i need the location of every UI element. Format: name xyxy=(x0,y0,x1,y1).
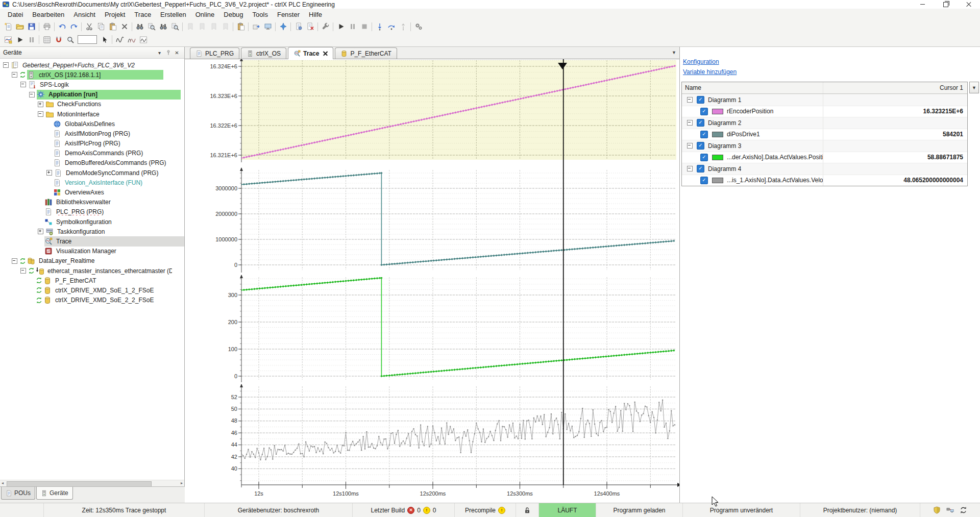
prev-bookmark-button[interactable] xyxy=(208,21,219,32)
new-file-button[interactable] xyxy=(2,21,14,32)
zoom-tool-button[interactable] xyxy=(64,34,76,45)
diagram-group-row[interactable]: ✓Diagramm 2 xyxy=(682,117,967,129)
clipboard-tool-button[interactable] xyxy=(235,21,247,32)
tree-expander-icon[interactable] xyxy=(38,102,43,107)
tree-item-datalayer_realtime[interactable]: DataLayer_Realtime xyxy=(0,256,163,266)
scroll-right-icon[interactable]: ▸ xyxy=(181,481,183,485)
tree-item-motioninterface[interactable]: MotionInterface xyxy=(0,109,184,119)
overlay-channel-view-button[interactable] xyxy=(137,34,149,45)
open-file-button[interactable] xyxy=(14,21,26,32)
tree-item-gebertest_pepperl-fuchs_plc_3v6_v2[interactable]: Gebertest_Pepperl+Fuchs_PLC_3V6_V2 xyxy=(0,60,155,70)
tree-expander-icon[interactable] xyxy=(12,258,17,264)
tab-plc_prg[interactable]: PLC_PRG xyxy=(190,47,239,59)
tab-ctrlx_os[interactable]: ctrlX_OS xyxy=(241,47,286,59)
multi-channel-view-button[interactable] xyxy=(126,34,137,45)
tree-expander-icon[interactable] xyxy=(46,170,52,176)
variable-row[interactable]: ✓...der.AxisNo].Data.ActValues.Position5… xyxy=(682,152,967,163)
tree-item-overviewaxes[interactable]: OverviewAxes xyxy=(0,187,184,197)
next-bookmark-button[interactable] xyxy=(219,21,231,32)
close-button[interactable] xyxy=(957,0,980,9)
start-trace-button[interactable] xyxy=(14,34,26,45)
tree-item-bibliotheksverwalter[interactable]: Bibliotheksverwalter xyxy=(0,198,184,207)
pause-debug-button[interactable] xyxy=(347,21,358,32)
menu-erstellen[interactable]: Erstellen xyxy=(156,10,191,19)
panel-dropdown-icon[interactable]: ▾ xyxy=(155,48,164,57)
step-over-button[interactable] xyxy=(385,21,397,32)
menu-datei[interactable]: Datei xyxy=(3,10,28,19)
panel-tab-geräte[interactable]: Geräte xyxy=(36,487,73,500)
tree-expander-icon[interactable] xyxy=(20,268,26,274)
snap-cursor-button[interactable] xyxy=(53,34,64,45)
single-channel-view-button[interactable] xyxy=(114,34,126,45)
menu-hilfe[interactable]: Hilfe xyxy=(304,10,327,19)
step-out-button[interactable] xyxy=(397,21,409,32)
tree-expander-icon[interactable] xyxy=(38,229,43,234)
paste-button[interactable] xyxy=(107,21,118,32)
tree-item-ctrlx_os[interactable]: ctrlX_OS [192.168.1.1] xyxy=(0,70,163,80)
visibility-checkbox[interactable]: ✓ xyxy=(697,142,704,150)
tree-item-taskkonfiguration[interactable]: Taskkonfiguration xyxy=(0,227,184,236)
visibility-checkbox[interactable]: ✓ xyxy=(700,177,708,184)
tab-p_f_ethercat[interactable]: P_F_EtherCAT xyxy=(335,47,397,59)
tree-item-trace[interactable]: Trace xyxy=(0,236,184,246)
variable-row[interactable]: ✓...is_1.AxisNo].Data.ActValues.Velocity… xyxy=(682,175,967,186)
search-button[interactable] xyxy=(134,21,145,32)
tree-item-ctrlx_drive_xmd_soe_1_2_fsoe[interactable]: ctrlX_DRIVE_XMD_SoE_1_2_FSoE xyxy=(0,285,181,295)
variable-hinzufuegen-link[interactable]: Variable hinzufügen xyxy=(683,68,737,76)
prev-message-button[interactable] xyxy=(184,21,196,32)
tab-close-icon[interactable] xyxy=(323,51,328,56)
undo-button[interactable] xyxy=(56,21,68,32)
panel-pin-icon[interactable] xyxy=(164,48,173,57)
tree-item-axisifplcprog[interactable]: AxisIfPlcProg (PRG) xyxy=(0,139,184,149)
tree-item-version_axisinterface[interactable]: Version_AxisInterface (FUN) xyxy=(0,178,184,187)
cursor-column-dropdown[interactable]: ▼ xyxy=(969,82,979,93)
tree-item-axisifmotionprog[interactable]: AxisIfMotionProg (PRG) xyxy=(0,129,184,138)
build-settings-button[interactable] xyxy=(320,21,331,32)
new-object-button[interactable] xyxy=(277,21,289,32)
minimize-button[interactable] xyxy=(911,0,934,9)
visibility-checkbox[interactable]: ✓ xyxy=(697,119,704,127)
visibility-checkbox[interactable]: ✓ xyxy=(697,165,704,173)
search-objects-button[interactable] xyxy=(157,21,169,32)
column-name[interactable]: Name xyxy=(682,84,823,91)
menu-ansicht[interactable]: Ansicht xyxy=(69,10,100,19)
tree-expander-icon[interactable] xyxy=(29,92,35,97)
step-into-button[interactable] xyxy=(374,21,385,32)
device-screen-button[interactable] xyxy=(262,21,274,32)
menu-fenster[interactable]: Fenster xyxy=(273,10,304,19)
trace-configuration-button[interactable] xyxy=(2,34,14,45)
tree-item-demobufferedaxiscommands[interactable]: DemoBufferedAxisCommands (PRG) xyxy=(0,158,184,168)
tree-item-ethercat_master_instances_ethercatmaster[interactable]: ethercat_master_instances_ethercatmaster… xyxy=(0,266,172,276)
tools-gears-button[interactable] xyxy=(412,21,424,32)
diagram-group-row[interactable]: ✓Diagramm 4 xyxy=(682,163,967,175)
panel-tab-pous[interactable]: POUs xyxy=(1,487,35,500)
variable-row[interactable]: ✓diPosDrive1584201 xyxy=(682,129,967,140)
pointer-mode-button[interactable] xyxy=(99,34,110,45)
save-button[interactable] xyxy=(26,21,37,32)
trace-edit-box[interactable] xyxy=(78,35,97,44)
tree-item-ctrlx_drive_xmd_soe_2_2_fsoe[interactable]: ctrlX_DRIVE_XMD_SoE_2_2_FSoE xyxy=(0,296,181,305)
menu-debug[interactable]: Debug xyxy=(219,10,248,19)
visibility-checkbox[interactable]: ✓ xyxy=(700,108,708,115)
next-message-button[interactable] xyxy=(196,21,208,32)
tree-item-plc_prg[interactable]: PLC_PRG (PRG) xyxy=(0,207,184,217)
variable-row[interactable]: ✓rEncoderPosition16.323215E+6 xyxy=(682,106,967,117)
search-replace-button[interactable] xyxy=(145,21,157,32)
column-cursor1[interactable]: Cursor 1 xyxy=(823,82,967,93)
konfiguration-link[interactable]: Konfiguration xyxy=(683,58,719,65)
tree-item-globalaxisdefines[interactable]: GlobalAxisDefines xyxy=(0,119,184,129)
tree-expander-icon[interactable] xyxy=(38,111,43,117)
diagram-group-row[interactable]: ✓Diagramm 3 xyxy=(682,140,967,152)
trace-cursor-handle[interactable] xyxy=(558,63,567,69)
panel-close-icon[interactable]: ✕ xyxy=(173,48,181,57)
tree-item-p_f_ethercat[interactable]: P_F_EtherCAT xyxy=(0,276,181,285)
tablist-dropdown-icon[interactable]: ▼ xyxy=(672,50,676,55)
row-expander-icon[interactable] xyxy=(687,143,693,149)
replace-objects-button[interactable] xyxy=(169,21,181,32)
row-expander-icon[interactable] xyxy=(687,97,693,103)
stop-trace-button[interactable] xyxy=(26,34,37,45)
tree-expander-icon[interactable] xyxy=(3,62,9,68)
tree-expander-icon[interactable] xyxy=(20,82,26,87)
visibility-checkbox[interactable]: ✓ xyxy=(697,96,704,104)
print-button[interactable] xyxy=(41,21,53,32)
